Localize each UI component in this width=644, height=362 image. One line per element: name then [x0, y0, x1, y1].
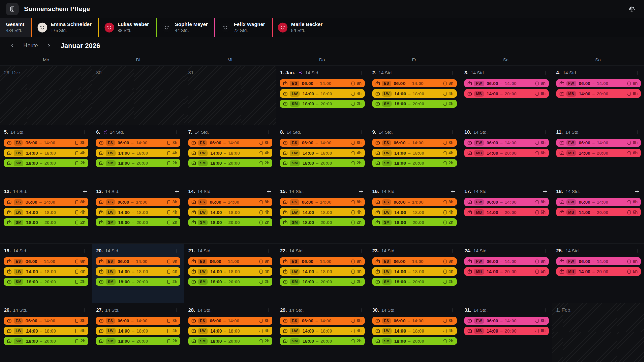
- shift-chip[interactable]: SM 18:00 – 20:00 2h: [96, 218, 180, 226]
- shift-chip[interactable]: LW 14:00 – 18:00 4h: [372, 89, 457, 98]
- shift-chip[interactable]: LW 14:00 – 18:00 4h: [280, 149, 364, 157]
- shift-chip[interactable]: ES 06:00 – 14:00 8h: [4, 317, 88, 325]
- shift-chip[interactable]: FW 06:00 – 14:00 8h: [464, 257, 548, 265]
- day-cell[interactable]: 11. 14 Std. FW 06:00 – 14:00: [552, 125, 644, 184]
- add-shift-button[interactable]: [358, 247, 365, 254]
- shift-chip[interactable]: MB 14:00 – 20:00 6h: [464, 208, 548, 216]
- day-cell[interactable]: 31. 14 Std. FW 06:00 – 14:00: [460, 303, 552, 362]
- shift-chip[interactable]: LW 14:00 – 18:00 4h: [96, 208, 180, 216]
- add-shift-button[interactable]: [542, 307, 549, 314]
- add-shift-button[interactable]: [265, 247, 272, 254]
- day-cell[interactable]: 8. 14 Std. ES 06:00 – 14:00: [276, 125, 368, 184]
- shift-chip[interactable]: ES 06:00 – 14:00 8h: [372, 317, 457, 325]
- shift-chip[interactable]: FW 06:00 – 14:00 8h: [464, 317, 548, 325]
- shift-chip[interactable]: MB 14:00 – 20:00 6h: [556, 208, 641, 216]
- shift-chip[interactable]: SM 18:00 – 20:00 2h: [4, 337, 88, 345]
- shift-chip[interactable]: SM 18:00 – 20:00 2h: [188, 337, 272, 345]
- shift-chip[interactable]: ES 06:00 – 14:00 8h: [188, 317, 272, 325]
- day-cell[interactable]: 5. 14 Std. ES 06:00 – 14:00: [0, 125, 92, 184]
- add-shift-button[interactable]: [634, 129, 641, 136]
- add-shift-button[interactable]: [358, 69, 365, 76]
- day-cell[interactable]: 12. 14 Std. ES 06:00 – 14:00: [0, 184, 92, 243]
- add-shift-button[interactable]: [358, 188, 365, 195]
- shift-chip[interactable]: MB 14:00 – 20:00 6h: [556, 267, 641, 276]
- next-month-button[interactable]: [44, 41, 54, 51]
- shift-chip[interactable]: LW 14:00 – 18:00 4h: [4, 327, 88, 335]
- shift-chip[interactable]: LW 14:00 – 18:00 4h: [96, 267, 180, 276]
- shift-chip[interactable]: FW 06:00 – 14:00 8h: [556, 79, 641, 87]
- add-shift-button[interactable]: [449, 69, 457, 76]
- add-shift-button[interactable]: [449, 247, 457, 254]
- shift-chip[interactable]: SM 18:00 – 20:00 2h: [188, 278, 272, 286]
- shift-chip[interactable]: LW 14:00 – 18:00 4h: [188, 267, 272, 276]
- shift-chip[interactable]: ES 06:00 – 14:00 8h: [280, 257, 364, 265]
- shift-chip[interactable]: ES 06:00 – 14:00 8h: [4, 257, 88, 265]
- add-shift-button[interactable]: [634, 247, 641, 254]
- add-shift-button[interactable]: [173, 129, 180, 136]
- shift-chip[interactable]: MB 14:00 – 20:00 6h: [556, 89, 641, 98]
- day-cell[interactable]: 23. 14 Std. ES 06:00 – 14:00: [368, 244, 460, 303]
- staff-tab[interactable]: Marie Becker 54 Std.: [272, 18, 329, 37]
- day-cell[interactable]: 25. 14 Std. FW 06:00 – 14:00: [552, 244, 644, 303]
- previous-month-button[interactable]: [7, 41, 17, 51]
- day-cell[interactable]: 4. 14 Std. FW 06:00 – 14:00: [552, 66, 644, 125]
- shift-chip[interactable]: FW 06:00 – 14:00 8h: [464, 79, 548, 87]
- shift-chip[interactable]: FW 06:00 – 14:00 8h: [556, 257, 641, 265]
- shift-chip[interactable]: ES 06:00 – 14:00 8h: [280, 198, 364, 206]
- shift-chip[interactable]: MB 14:00 – 20:00 6h: [464, 149, 548, 157]
- shift-chip[interactable]: LW 14:00 – 18:00 4h: [96, 149, 180, 157]
- shift-chip[interactable]: ES 06:00 – 14:00 8h: [188, 139, 272, 147]
- shift-chip[interactable]: SM 18:00 – 20:00 2h: [280, 337, 364, 345]
- shift-chip[interactable]: SM 18:00 – 20:00 2h: [372, 100, 457, 108]
- add-shift-button[interactable]: [173, 188, 180, 195]
- day-cell[interactable]: 3. 14 Std. FW 06:00 – 14:00: [460, 66, 552, 125]
- shift-chip[interactable]: SM 18:00 – 20:00 2h: [188, 218, 272, 226]
- day-cell[interactable]: 18. 14 Std. FW 06:00 – 14:00: [552, 184, 644, 243]
- shift-chip[interactable]: FW 06:00 – 14:00 8h: [556, 198, 641, 206]
- shift-chip[interactable]: LW 14:00 – 18:00 4h: [188, 208, 272, 216]
- add-shift-button[interactable]: [265, 188, 272, 195]
- shift-chip[interactable]: LW 14:00 – 18:00 4h: [188, 149, 272, 157]
- day-cell[interactable]: 21. 14 Std. ES 06:00 – 14:00: [184, 244, 276, 303]
- day-cell[interactable]: 24. 14 Std. FW 06:00 – 14:00: [460, 244, 552, 303]
- add-shift-button[interactable]: [173, 247, 180, 254]
- staff-tab[interactable]: Sophie Meyer 44 Std.: [156, 18, 215, 37]
- shift-chip[interactable]: SM 18:00 – 20:00 2h: [280, 159, 364, 167]
- shift-chip[interactable]: ES 06:00 – 14:00 8h: [96, 198, 180, 206]
- day-cell[interactable]: 2. 14 Std. ES 06:00 – 14:00: [368, 66, 460, 125]
- add-shift-button[interactable]: [81, 188, 88, 195]
- shift-chip[interactable]: ES 06:00 – 14:00 8h: [188, 198, 272, 206]
- shift-chip[interactable]: MB 14:00 – 20:00 6h: [556, 149, 641, 157]
- scale-balance-icon[interactable]: [627, 4, 637, 14]
- shift-chip[interactable]: MB 14:00 – 20:00 6h: [464, 89, 548, 98]
- shift-chip[interactable]: SM 18:00 – 20:00 2h: [372, 337, 457, 345]
- day-cell[interactable]: 7. 14 Std. ES 06:00 – 14:00: [184, 125, 276, 184]
- add-shift-button[interactable]: [634, 188, 641, 195]
- shift-chip[interactable]: SM 18:00 – 20:00 2h: [372, 159, 457, 167]
- staff-tab[interactable]: Lukas Weber 88 Std.: [98, 18, 156, 37]
- shift-chip[interactable]: SM 18:00 – 20:00 2h: [96, 278, 180, 286]
- shift-chip[interactable]: FW 06:00 – 14:00 8h: [556, 139, 641, 147]
- shift-chip[interactable]: LW 14:00 – 18:00 4h: [4, 208, 88, 216]
- shift-chip[interactable]: ES 06:00 – 14:00 8h: [280, 79, 364, 87]
- add-shift-button[interactable]: [81, 129, 88, 136]
- shift-chip[interactable]: ES 06:00 – 14:00 8h: [280, 317, 364, 325]
- day-cell[interactable]: 22. 14 Std. ES 06:00 – 14:00: [276, 244, 368, 303]
- day-cell[interactable]: 29. 14 Std. ES 06:00 – 14:00: [276, 303, 368, 362]
- add-shift-button[interactable]: [358, 129, 365, 136]
- add-shift-button[interactable]: [542, 129, 549, 136]
- shift-chip[interactable]: MB 14:00 – 20:00 6h: [464, 267, 548, 276]
- add-shift-button[interactable]: [449, 188, 457, 195]
- shift-chip[interactable]: LW 14:00 – 18:00 4h: [280, 327, 364, 335]
- shift-chip[interactable]: MB 14:00 – 20:00 6h: [464, 327, 548, 335]
- shift-chip[interactable]: LW 14:00 – 18:00 4h: [4, 149, 88, 157]
- day-cell[interactable]: 26. 14 Std. ES 06:00 – 14:00: [0, 303, 92, 362]
- staff-tab[interactable]: Gesamt 434 Std.: [0, 18, 31, 37]
- shift-chip[interactable]: SM 18:00 – 20:00 2h: [280, 100, 364, 108]
- staff-tab[interactable]: Felix Wagner 72 Std.: [214, 18, 272, 37]
- shift-chip[interactable]: SM 18:00 – 20:00 2h: [372, 218, 457, 226]
- add-shift-button[interactable]: [449, 307, 457, 314]
- add-shift-button[interactable]: [173, 307, 180, 314]
- shift-chip[interactable]: LW 14:00 – 18:00 4h: [280, 208, 364, 216]
- day-cell[interactable]: 14. 14 Std. ES 06:00 – 14:00: [184, 184, 276, 243]
